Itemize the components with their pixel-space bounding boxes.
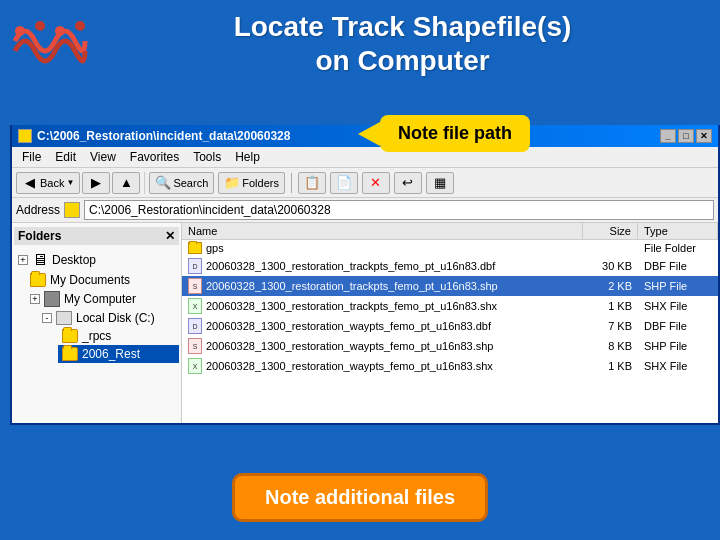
file-name-shx1: 20060328_1300_restoration_trackpts_femo_…: [206, 300, 497, 312]
desktop-icon: 🖥: [32, 251, 48, 269]
explorer-window: C:\2006_Restoration\incident_data\200603…: [10, 125, 720, 425]
file-type-gps: File Folder: [638, 241, 718, 255]
nav-buttons: ◀ Back ▼ ▶ ▲: [16, 172, 145, 194]
address-label: Address: [16, 203, 60, 217]
file-size-shp2: 8 KB: [583, 339, 638, 353]
slide-header: Locate Track Shapefile(s) on Computer: [0, 0, 720, 82]
file-size-dbf1: 30 KB: [583, 259, 638, 273]
title-bar-buttons: _ □ ✕: [660, 129, 712, 143]
file-row-shx2[interactable]: X 20060328_1300_restoration_waypts_femo_…: [182, 356, 718, 376]
file-type-shp2: SHP File: [638, 339, 718, 353]
file-type-shx2: SHX File: [638, 359, 718, 373]
undo-button[interactable]: ↩: [394, 172, 422, 194]
icon-shx1: X: [188, 298, 202, 314]
copy-button[interactable]: 📄: [330, 172, 358, 194]
menu-tools[interactable]: Tools: [187, 149, 227, 165]
folder-label-mycomputer: My Computer: [64, 292, 136, 306]
file-size-dbf2: 7 KB: [583, 319, 638, 333]
col-header-name[interactable]: Name: [182, 223, 583, 239]
note-filepath-callout: Note file path: [380, 115, 530, 152]
icon-shp2: S: [188, 338, 202, 354]
minimize-button[interactable]: _: [660, 129, 676, 143]
file-type-dbf1: DBF File: [638, 259, 718, 273]
main-area: Folders ✕ + 🖥 Desktop My Documents + My …: [12, 223, 718, 423]
file-name-dbf1: 20060328_1300_restoration_trackpts_femo_…: [206, 260, 495, 272]
delete-button[interactable]: ✕: [362, 172, 390, 194]
file-row-gps[interactable]: gps File Folder: [182, 240, 718, 256]
expand-desktop-icon[interactable]: +: [18, 255, 28, 265]
logo-icon: [10, 11, 90, 76]
file-size-shp1: 2 KB: [583, 279, 638, 293]
file-name-shp2: 20060328_1300_restoration_waypts_femo_pt…: [206, 340, 493, 352]
move-button[interactable]: 📋: [298, 172, 326, 194]
folders-icon: 📁: [224, 175, 240, 191]
forward-icon: ▶: [88, 175, 104, 191]
file-name-gps: gps: [206, 242, 224, 254]
address-bar: Address: [12, 198, 718, 223]
mydocs-icon: [30, 273, 46, 287]
menu-help[interactable]: Help: [229, 149, 266, 165]
back-icon: ◀: [22, 175, 38, 191]
search-icon: 🔍: [155, 175, 171, 191]
menu-view[interactable]: View: [84, 149, 122, 165]
search-button[interactable]: 🔍 Search: [149, 172, 214, 194]
folders-button[interactable]: 📁 Folders: [218, 172, 285, 194]
copy-icon: 📄: [336, 175, 352, 191]
files-panel: Name Size Type gps File Folder: [182, 223, 718, 423]
undo-icon: ↩: [400, 175, 416, 191]
icon-dbf1: D: [188, 258, 202, 274]
expand-mycomputer-icon[interactable]: +: [30, 294, 40, 304]
file-type-dbf2: DBF File: [638, 319, 718, 333]
title-bar-icon: [18, 129, 32, 143]
views-button[interactable]: ▦: [426, 172, 454, 194]
file-row-shp1[interactable]: S 20060328_1300_restoration_trackpts_fem…: [182, 276, 718, 296]
menu-bar: File Edit View Favorites Tools Help: [12, 147, 718, 168]
menu-edit[interactable]: Edit: [49, 149, 82, 165]
up-icon: ▲: [118, 175, 134, 191]
folder-label-2006rest: 2006_Rest: [82, 347, 140, 361]
up-button[interactable]: ▲: [112, 172, 140, 194]
views-icon: ▦: [432, 175, 448, 191]
col-header-type[interactable]: Type: [638, 223, 718, 239]
menu-favorites[interactable]: Favorites: [124, 149, 185, 165]
folder-item-rpcs[interactable]: _rpcs: [58, 327, 179, 345]
file-type-shx1: SHX File: [638, 299, 718, 313]
file-row-shp2[interactable]: S 20060328_1300_restoration_waypts_femo_…: [182, 336, 718, 356]
folder-item-localdisk[interactable]: - Local Disk (C:): [38, 309, 179, 327]
folder-label-desktop: Desktop: [52, 253, 96, 267]
col-header-size[interactable]: Size: [583, 223, 638, 239]
svg-point-0: [15, 26, 25, 36]
file-row-dbf1[interactable]: D 20060328_1300_restoration_trackpts_fem…: [182, 256, 718, 276]
toolbar-divider: [291, 173, 292, 193]
svg-point-1: [35, 21, 45, 31]
folder-item-mydocs[interactable]: My Documents: [26, 271, 179, 289]
slide-title: Locate Track Shapefile(s) on Computer: [105, 10, 700, 77]
address-input[interactable]: [84, 200, 714, 220]
icon-dbf2: D: [188, 318, 202, 334]
menu-file[interactable]: File: [16, 149, 47, 165]
file-name-shp1: 20060328_1300_restoration_trackpts_femo_…: [206, 280, 498, 292]
maximize-button[interactable]: □: [678, 129, 694, 143]
folder-item-2006rest[interactable]: 2006_Rest: [58, 345, 179, 363]
delete-icon: ✕: [368, 175, 384, 191]
back-button[interactable]: ◀ Back ▼: [16, 172, 80, 194]
address-folder-icon: [64, 202, 80, 218]
forward-button[interactable]: ▶: [82, 172, 110, 194]
folder-item-mycomputer[interactable]: + My Computer: [26, 289, 179, 309]
folder-label-localdisk: Local Disk (C:): [76, 311, 155, 325]
back-dropdown-icon: ▼: [66, 178, 74, 187]
file-type-shp1: SHP File: [638, 279, 718, 293]
icon-shx2: X: [188, 358, 202, 374]
title-bar-text: C:\2006_Restoration\incident_data\200603…: [37, 129, 655, 143]
close-folders-icon[interactable]: ✕: [165, 229, 175, 243]
file-size-shx1: 1 KB: [583, 299, 638, 313]
folder-item-desktop[interactable]: + 🖥 Desktop: [14, 249, 179, 271]
expand-localdisk-icon[interactable]: -: [42, 313, 52, 323]
toolbar: ◀ Back ▼ ▶ ▲ 🔍 Search 📁 Folders 📋 📄: [12, 168, 718, 198]
localdisk-icon: [56, 311, 72, 325]
folder-icon-gps: [188, 242, 202, 254]
close-button[interactable]: ✕: [696, 129, 712, 143]
file-row-shx1[interactable]: X 20060328_1300_restoration_trackpts_fem…: [182, 296, 718, 316]
move-icon: 📋: [304, 175, 320, 191]
file-row-dbf2[interactable]: D 20060328_1300_restoration_waypts_femo_…: [182, 316, 718, 336]
